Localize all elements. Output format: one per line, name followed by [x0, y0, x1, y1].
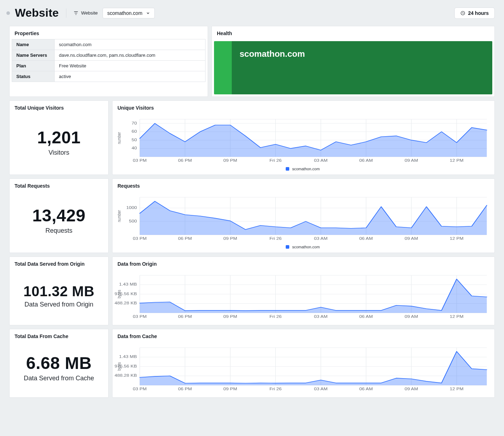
svg-text:09 AM: 09 AM [405, 237, 418, 241]
svg-text:09 AM: 09 AM [405, 315, 418, 319]
scope-chip[interactable]: Website [73, 10, 98, 16]
health-site-name: scomathon.com [232, 41, 313, 67]
health-panel: Health scomathon.com [212, 26, 495, 97]
svg-text:12 PM: 12 PM [450, 237, 464, 241]
clock-icon [460, 11, 465, 16]
time-range-button[interactable]: 24 hours [454, 7, 495, 19]
svg-text:06 PM: 06 PM [178, 387, 192, 391]
svg-text:1.43 MB: 1.43 MB [119, 282, 137, 287]
chevron-down-icon [146, 11, 150, 15]
stat-panel-data_origin: Total Data Served from Origin 101.32 MB … [9, 256, 109, 325]
stat-value: 6.68 MB [26, 354, 92, 372]
stat-panel-requests: Total Requests 13,429 Requests [9, 178, 109, 253]
filter-icon [73, 11, 78, 16]
stat-label: Data Served from Origin [24, 301, 93, 308]
svg-text:09 PM: 09 PM [223, 237, 237, 241]
svg-text:1000: 1000 [126, 206, 137, 210]
svg-text:Fri 26: Fri 26 [269, 387, 282, 391]
status-dot [6, 11, 10, 15]
svg-text:03 AM: 03 AM [314, 237, 328, 241]
properties-panel: Properties Namescomathon.comName Servers… [9, 26, 208, 97]
svg-text:03 AM: 03 AM [314, 315, 328, 319]
chart-panel-data_origin: Data from Origin 488.28 KB976.56 KB1.43 … [112, 256, 495, 325]
svg-text:number: number [116, 210, 122, 222]
page-title: Website [15, 6, 59, 20]
legend-label: scomathon.com [292, 167, 320, 171]
divider [66, 9, 66, 18]
chart-legend: scomathon.com [114, 165, 492, 171]
chart-title: Unique Visitors [113, 101, 494, 114]
svg-text:06 PM: 06 PM [178, 237, 192, 241]
stat-value: 1,201 [37, 129, 81, 147]
stat-title: Total Data Served from Origin [10, 257, 108, 270]
svg-text:03 AM: 03 AM [314, 387, 328, 391]
property-key: Name [12, 39, 55, 50]
chart-area[interactable]: 500100003 PM06 PM09 PMFri 2603 AM06 AM09… [113, 192, 494, 253]
chart-panel-data_cache: Data from Cache 488.28 KB976.56 KB1.43 M… [112, 329, 495, 398]
svg-text:60: 60 [132, 129, 137, 134]
svg-text:09 AM: 09 AM [405, 159, 418, 163]
scope-label: Website [81, 10, 98, 16]
svg-text:06 PM: 06 PM [178, 159, 192, 163]
svg-text:50: 50 [132, 138, 137, 142]
legend-label: scomathon.com [292, 245, 320, 249]
property-key: Name Servers [12, 50, 55, 61]
stat-label: Visitors [49, 149, 70, 156]
chart-panel-requests: Requests 500100003 PM06 PM09 PMFri 2603 … [112, 178, 495, 253]
svg-text:12 PM: 12 PM [450, 159, 464, 163]
svg-text:12 PM: 12 PM [450, 315, 464, 319]
svg-text:03 PM: 03 PM [133, 315, 147, 319]
property-key: Plan [12, 61, 55, 71]
svg-text:40: 40 [132, 146, 137, 150]
svg-text:09 PM: 09 PM [223, 159, 237, 163]
svg-text:Fri 26: Fri 26 [269, 159, 282, 163]
svg-text:06 AM: 06 AM [359, 159, 373, 163]
site-select[interactable]: scomathon.com [103, 8, 155, 18]
svg-text:bytes: bytes [116, 290, 122, 298]
svg-text:Fri 26: Fri 26 [269, 315, 282, 319]
stat-label: Data Served from Cache [24, 375, 94, 382]
health-status-body: scomathon.com [232, 41, 492, 94]
stat-value: 13,429 [32, 207, 86, 225]
svg-text:09 PM: 09 PM [223, 315, 237, 319]
stat-panel-data_cache: Total Data From Cache 6.68 MB Data Serve… [9, 329, 109, 398]
property-key: Status [12, 71, 55, 82]
property-value: Free Website [55, 61, 206, 71]
stat-title: Total Requests [10, 179, 108, 192]
health-card: scomathon.com [214, 41, 492, 94]
svg-text:06 AM: 06 AM [359, 237, 373, 241]
health-title: Health [212, 26, 494, 39]
time-range-label: 24 hours [468, 10, 489, 16]
svg-text:06 AM: 06 AM [359, 315, 373, 319]
stat-panel-visitors: Total Unique Visitors 1,201 Visitors [9, 100, 109, 175]
svg-text:06 AM: 06 AM [359, 387, 373, 391]
svg-text:Fri 26: Fri 26 [269, 237, 282, 241]
stat-label: Requests [45, 227, 72, 234]
svg-text:03 AM: 03 AM [314, 159, 328, 163]
svg-text:03 PM: 03 PM [133, 159, 147, 163]
chart-area[interactable]: 488.28 KB976.56 KB1.43 MB03 PM06 PM09 PM… [113, 342, 494, 397]
chart-title: Data from Origin [113, 257, 494, 270]
properties-title: Properties [10, 26, 208, 39]
property-value: dave.ns.cloudflare.com, pam.ns.cloudflar… [55, 50, 206, 61]
svg-text:488.28 KB: 488.28 KB [115, 374, 137, 378]
chart-area[interactable]: 488.28 KB976.56 KB1.43 MB03 PM06 PM09 PM… [113, 270, 494, 325]
chart-area[interactable]: 4050607003 PM06 PM09 PMFri 2603 AM06 AM0… [113, 114, 494, 175]
svg-text:03 PM: 03 PM [133, 387, 147, 391]
property-value: scomathon.com [55, 39, 206, 50]
svg-text:488.28 KB: 488.28 KB [115, 301, 137, 305]
stat-title: Total Data From Cache [10, 329, 108, 342]
chart-title: Data from Cache [113, 329, 494, 342]
svg-text:bytes: bytes [116, 362, 122, 371]
table-row: Name Serversdave.ns.cloudflare.com, pam.… [12, 50, 206, 61]
chart-legend: scomathon.com [114, 243, 492, 249]
svg-text:1.43 MB: 1.43 MB [119, 355, 137, 359]
stat-title: Total Unique Visitors [10, 101, 108, 114]
svg-text:09 PM: 09 PM [223, 387, 237, 391]
stat-value: 101.32 MB [23, 284, 94, 299]
property-value: active [55, 71, 206, 82]
site-select-value: scomathon.com [107, 10, 142, 16]
svg-text:number: number [116, 132, 122, 144]
table-row: Namescomathon.com [12, 39, 206, 50]
header: Website Website scomathon.com 24 hours [0, 0, 504, 26]
